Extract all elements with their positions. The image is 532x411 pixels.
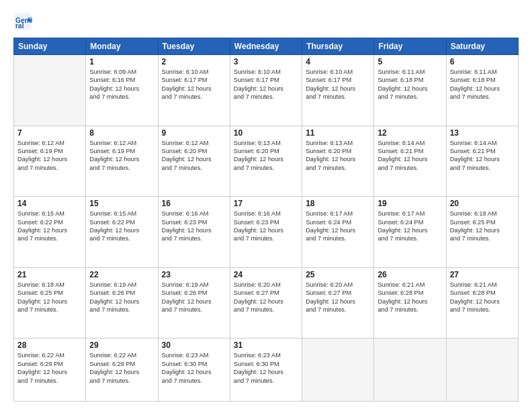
calendar-cell: 20Sunrise: 6:18 AMSunset: 6:25 PMDayligh… [446,197,518,268]
cell-info-text: Sunset: 6:17 PM [306,76,370,84]
day-number: 9 [162,128,226,138]
calendar-cell: 17Sunrise: 6:16 AMSunset: 6:23 PMDayligh… [230,197,302,268]
cell-info-text: Daylight: 12 hours [306,155,370,163]
cell-info-text: and 7 minutes. [378,164,442,172]
page: Gene ral SundayMondayTuesdayWednesdayThu… [0,0,532,411]
cell-info-text: Daylight: 12 hours [450,85,515,93]
calendar-week-row: 14Sunrise: 6:15 AMSunset: 6:22 PMDayligh… [14,197,519,268]
day-number: 31 [234,340,298,350]
cell-info-text: Sunrise: 6:21 AM [378,281,442,289]
cell-info-text: and 7 minutes. [450,93,515,101]
cell-info-text: Daylight: 12 hours [234,155,298,163]
cell-info-text: Daylight: 12 hours [450,155,515,163]
day-number: 30 [162,340,226,350]
calendar-cell: 12Sunrise: 6:14 AMSunset: 6:21 PMDayligh… [374,126,446,197]
day-number: 18 [306,199,370,208]
cell-info-text: Daylight: 12 hours [17,155,82,163]
calendar-cell: 27Sunrise: 6:21 AMSunset: 6:28 PMDayligh… [446,267,518,338]
calendar-cell: 13Sunrise: 6:14 AMSunset: 6:21 PMDayligh… [446,126,518,197]
cell-info-text: Sunset: 6:23 PM [162,218,226,226]
cell-info-text: Sunset: 6:26 PM [89,289,154,297]
cell-info-text: and 7 minutes. [89,234,154,242]
calendar-cell: 29Sunrise: 6:22 AMSunset: 6:29 PMDayligh… [86,338,158,402]
day-number: 13 [450,128,515,138]
cell-info-text: Sunset: 6:28 PM [378,289,442,297]
day-number: 27 [450,270,515,279]
header: Gene ral [13,12,519,31]
cell-info-text: Sunset: 6:30 PM [234,360,298,368]
cell-info-text: Daylight: 12 hours [89,226,154,234]
cell-info-text: Sunrise: 6:23 AM [234,351,298,359]
day-number: 24 [234,270,298,279]
day-number: 2 [162,57,226,66]
calendar-cell: 26Sunrise: 6:21 AMSunset: 6:28 PMDayligh… [374,267,446,338]
cell-info-text: Daylight: 12 hours [234,226,298,234]
cell-info-text: Daylight: 12 hours [306,226,370,234]
cell-info-text: Sunset: 6:28 PM [450,289,515,297]
calendar-week-row: 28Sunrise: 6:22 AMSunset: 6:29 PMDayligh… [14,338,519,402]
cell-info-text: Sunset: 6:17 PM [234,76,298,84]
day-number: 17 [234,199,298,208]
cell-info-text: and 7 minutes. [162,306,226,314]
cell-info-text: Sunrise: 6:11 AM [378,68,442,76]
calendar-cell: 4Sunrise: 6:10 AMSunset: 6:17 PMDaylight… [302,55,374,126]
calendar-cell: 19Sunrise: 6:17 AMSunset: 6:24 PMDayligh… [374,197,446,268]
calendar-week-row: 21Sunrise: 6:18 AMSunset: 6:25 PMDayligh… [14,267,519,338]
cell-info-text: Sunset: 6:30 PM [162,360,226,368]
cell-info-text: Daylight: 12 hours [17,298,82,306]
cell-info-text: Sunrise: 6:20 AM [306,281,370,289]
calendar-cell: 28Sunrise: 6:22 AMSunset: 6:29 PMDayligh… [14,338,86,402]
calendar-cell: 6Sunrise: 6:11 AMSunset: 6:18 PMDaylight… [446,55,518,126]
cell-info-text: Daylight: 12 hours [306,298,370,306]
day-number: 20 [450,199,515,208]
cell-info-text: and 7 minutes. [306,164,370,172]
calendar-cell: 18Sunrise: 6:17 AMSunset: 6:24 PMDayligh… [302,197,374,268]
cell-info-text: Sunrise: 6:12 AM [17,139,82,147]
cell-info-text: and 7 minutes. [234,377,298,385]
day-number: 22 [89,270,154,279]
calendar-cell: 5Sunrise: 6:11 AMSunset: 6:18 PMDaylight… [374,55,446,126]
day-number: 5 [378,57,442,66]
calendar-cell: 7Sunrise: 6:12 AMSunset: 6:19 PMDaylight… [14,126,86,197]
day-number: 6 [450,57,515,66]
day-number: 23 [162,270,226,279]
calendar-cell: 22Sunrise: 6:19 AMSunset: 6:26 PMDayligh… [86,267,158,338]
calendar-cell: 2Sunrise: 6:10 AMSunset: 6:17 PMDaylight… [158,55,230,126]
cell-info-text: and 7 minutes. [162,234,226,242]
cell-info-text: Daylight: 12 hours [378,85,442,93]
calendar-cell: 8Sunrise: 6:12 AMSunset: 6:19 PMDaylight… [86,126,158,197]
cell-info-text: Sunrise: 6:18 AM [450,210,515,218]
day-number: 29 [89,340,154,350]
cell-info-text: Sunset: 6:24 PM [378,218,442,226]
cell-info-text: Sunrise: 6:14 AM [450,139,515,147]
weekday-header-tuesday: Tuesday [158,38,230,55]
cell-info-text: Sunset: 6:24 PM [306,218,370,226]
cell-info-text: Sunset: 6:18 PM [450,76,515,84]
weekday-header-thursday: Thursday [302,38,374,55]
calendar-cell: 31Sunrise: 6:23 AMSunset: 6:30 PMDayligh… [230,338,302,402]
cell-info-text: Daylight: 12 hours [162,226,226,234]
cell-info-text: and 7 minutes. [306,234,370,242]
cell-info-text: and 7 minutes. [378,93,442,101]
cell-info-text: and 7 minutes. [17,306,82,314]
cell-info-text: and 7 minutes. [234,234,298,242]
cell-info-text: Sunset: 6:21 PM [378,147,442,155]
cell-info-text: Sunrise: 6:22 AM [89,351,154,359]
cell-info-text: Sunrise: 6:12 AM [89,139,154,147]
logo-icon: Gene ral [13,12,32,31]
cell-info-text: and 7 minutes. [306,93,370,101]
cell-info-text: Sunrise: 6:17 AM [306,210,370,218]
weekday-header-friday: Friday [374,38,446,55]
day-number: 8 [89,128,154,138]
cell-info-text: and 7 minutes. [89,306,154,314]
cell-info-text: Daylight: 12 hours [378,155,442,163]
cell-info-text: and 7 minutes. [17,164,82,172]
calendar-cell [302,338,374,402]
cell-info-text: Daylight: 12 hours [234,85,298,93]
calendar-cell [14,55,86,126]
cell-info-text: Sunset: 6:22 PM [17,218,82,226]
day-number: 12 [378,128,442,138]
cell-info-text: Sunset: 6:20 PM [306,147,370,155]
cell-info-text: Sunrise: 6:16 AM [234,210,298,218]
cell-info-text: and 7 minutes. [450,306,515,314]
